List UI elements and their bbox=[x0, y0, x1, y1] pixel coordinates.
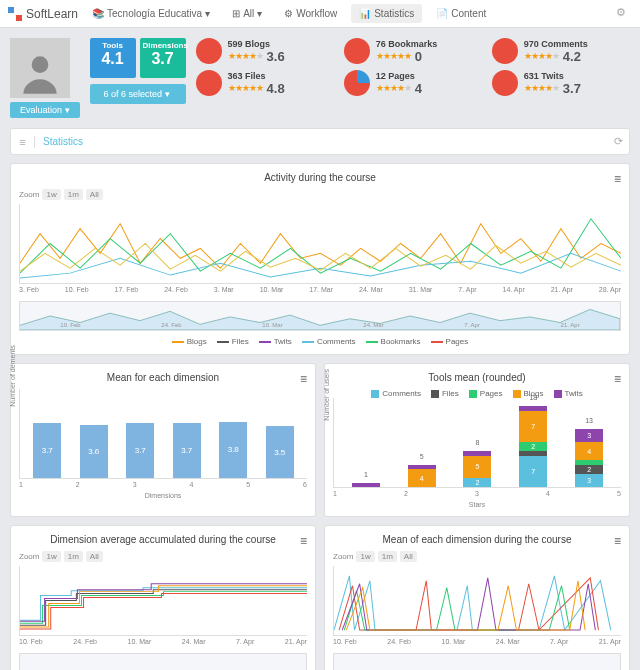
gear-icon[interactable]: ⚙ bbox=[616, 6, 632, 22]
stat-comments: 970 Comments ★★★★★4.2 bbox=[492, 38, 630, 64]
nav-workflow[interactable]: ⚙ Workflow bbox=[276, 4, 345, 23]
tools-mean-chart[interactable]: Number of users 15482518727133243 bbox=[333, 398, 621, 488]
refresh-icon[interactable]: ⟳ bbox=[614, 135, 623, 148]
pie-icon bbox=[344, 38, 370, 64]
zoom-1m[interactable]: 1m bbox=[378, 551, 397, 562]
zoom-1w[interactable]: 1w bbox=[42, 189, 60, 200]
zoom-all[interactable]: All bbox=[400, 551, 417, 562]
overview-chart[interactable]: 10. Feb24. Feb10. Mar24. Mar7. Apr21. Ap… bbox=[19, 301, 621, 331]
avatar bbox=[10, 38, 70, 98]
panel-tools-mean: ≡ Tools mean (rounded) CommentsFilesPage… bbox=[324, 363, 630, 517]
stat-bookmarks: 76 Bookmarks ★★★★★0 bbox=[344, 38, 482, 64]
panel-mean-each: ≡ Mean of each dimension during the cour… bbox=[324, 525, 630, 670]
panel-menu-icon[interactable]: ≡ bbox=[300, 534, 307, 548]
pie-icon bbox=[492, 70, 518, 96]
menu-icon[interactable]: ≡ bbox=[17, 136, 35, 148]
zoom-all[interactable]: All bbox=[86, 551, 103, 562]
x-axis-labels: 3. Feb10. Feb17. Feb24. Feb3. Mar10. Mar… bbox=[19, 284, 621, 295]
activity-chart[interactable] bbox=[19, 204, 621, 284]
zoom-controls: Zoom 1w 1m All bbox=[19, 189, 621, 200]
panel-menu-icon[interactable]: ≡ bbox=[614, 172, 621, 186]
evaluation-dropdown[interactable]: Evaluation ▾ bbox=[10, 102, 80, 118]
stat-files: 363 Files ★★★★★4.8 bbox=[196, 70, 334, 96]
stat-pages: 12 Pages ★★★★★4 bbox=[344, 70, 482, 96]
nav-tech[interactable]: 📚 Tecnología Educativa ▾ bbox=[84, 4, 218, 23]
panel-menu-icon[interactable]: ≡ bbox=[300, 372, 307, 386]
panel-menu-icon[interactable]: ≡ bbox=[614, 534, 621, 548]
pie-icon bbox=[196, 70, 222, 96]
dim-avg-chart[interactable] bbox=[19, 566, 307, 636]
badge-dimensions: Dimensions 3.7 bbox=[140, 38, 186, 78]
header-row: Evaluation ▾ Tools 4.1 Dimensions 3.7 6 … bbox=[0, 28, 640, 128]
avatar-box: Evaluation ▾ bbox=[10, 38, 80, 118]
panel-menu-icon[interactable]: ≡ bbox=[614, 372, 621, 386]
pie-icon bbox=[344, 70, 370, 96]
brand-logo[interactable]: SoftLearn bbox=[8, 7, 78, 21]
panel-dim-avg: ≡ Dimension average accumulated during t… bbox=[10, 525, 316, 670]
nav-statistics[interactable]: 📊 Statistics bbox=[351, 4, 422, 23]
stat-twits: 631 Twits ★★★★★3.7 bbox=[492, 70, 630, 96]
mean-dim-chart[interactable]: Number of dements 3.73.63.73.73.83.5 bbox=[19, 389, 307, 479]
logo-icon bbox=[8, 7, 22, 21]
stats-grid: 599 Blogs ★★★★★3.6 76 Bookmarks ★★★★★0 9… bbox=[196, 38, 630, 96]
topbar: SoftLearn 📚 Tecnología Educativa ▾ ⊞ All… bbox=[0, 0, 640, 28]
zoom-all[interactable]: All bbox=[86, 189, 103, 200]
overview-chart[interactable]: Feb '14Mar '14Apr '14 bbox=[19, 653, 307, 670]
legend: BlogsFilesTwitsCommentsBookmarksPages bbox=[19, 337, 621, 346]
pie-icon bbox=[196, 38, 222, 64]
zoom-1m[interactable]: 1m bbox=[64, 189, 83, 200]
panel-activity: ≡ Activity during the course Zoom 1w 1m … bbox=[10, 163, 630, 355]
zoom-1m[interactable]: 1m bbox=[64, 551, 83, 562]
tab-statistics[interactable]: Statistics bbox=[35, 136, 83, 147]
badge-tools: Tools 4.1 bbox=[90, 38, 136, 78]
panel-mean-dim: ≡ Mean for each dimension Number of deme… bbox=[10, 363, 316, 517]
badges: Tools 4.1 Dimensions 3.7 6 of 6 selected… bbox=[90, 38, 186, 104]
zoom-1w[interactable]: 1w bbox=[356, 551, 374, 562]
svg-point-0 bbox=[32, 56, 49, 73]
nav-all[interactable]: ⊞ All ▾ bbox=[224, 4, 270, 23]
brand-text: SoftLearn bbox=[26, 7, 78, 21]
pie-icon bbox=[492, 38, 518, 64]
content-tabs: ≡ Statistics ⟳ bbox=[10, 128, 630, 155]
nav-content[interactable]: 📄 Content bbox=[428, 4, 494, 23]
overview-chart[interactable]: Feb '14Mar '14Apr '14 bbox=[333, 653, 621, 670]
zoom-1w[interactable]: 1w bbox=[42, 551, 60, 562]
stat-blogs: 599 Blogs ★★★★★3.6 bbox=[196, 38, 334, 64]
selected-dropdown[interactable]: 6 of 6 selected ▾ bbox=[90, 84, 186, 104]
panel-title: Activity during the course bbox=[19, 172, 621, 183]
mean-each-chart[interactable] bbox=[333, 566, 621, 636]
